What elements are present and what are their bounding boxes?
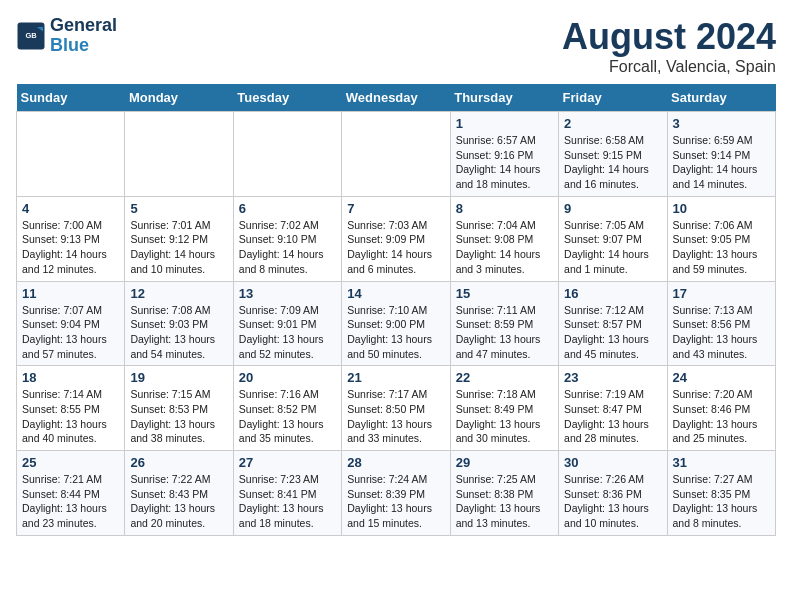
day-number: 31 (673, 455, 770, 470)
calendar-cell: 7Sunrise: 7:03 AM Sunset: 9:09 PM Daylig… (342, 196, 450, 281)
day-info: Sunrise: 7:01 AM Sunset: 9:12 PM Dayligh… (130, 218, 227, 277)
calendar-cell: 17Sunrise: 7:13 AM Sunset: 8:56 PM Dayli… (667, 281, 775, 366)
day-info: Sunrise: 7:13 AM Sunset: 8:56 PM Dayligh… (673, 303, 770, 362)
calendar-week-5: 25Sunrise: 7:21 AM Sunset: 8:44 PM Dayli… (17, 451, 776, 536)
day-number: 2 (564, 116, 661, 131)
day-info: Sunrise: 7:17 AM Sunset: 8:50 PM Dayligh… (347, 387, 444, 446)
calendar-cell: 19Sunrise: 7:15 AM Sunset: 8:53 PM Dayli… (125, 366, 233, 451)
day-info: Sunrise: 7:15 AM Sunset: 8:53 PM Dayligh… (130, 387, 227, 446)
calendar-cell: 5Sunrise: 7:01 AM Sunset: 9:12 PM Daylig… (125, 196, 233, 281)
calendar-cell: 26Sunrise: 7:22 AM Sunset: 8:43 PM Dayli… (125, 451, 233, 536)
day-header-tuesday: Tuesday (233, 84, 341, 112)
day-number: 6 (239, 201, 336, 216)
calendar-cell: 28Sunrise: 7:24 AM Sunset: 8:39 PM Dayli… (342, 451, 450, 536)
day-info: Sunrise: 7:22 AM Sunset: 8:43 PM Dayligh… (130, 472, 227, 531)
page-subtitle: Forcall, Valencia, Spain (562, 58, 776, 76)
day-number: 20 (239, 370, 336, 385)
calendar-cell: 11Sunrise: 7:07 AM Sunset: 9:04 PM Dayli… (17, 281, 125, 366)
calendar-cell: 16Sunrise: 7:12 AM Sunset: 8:57 PM Dayli… (559, 281, 667, 366)
day-number: 14 (347, 286, 444, 301)
day-number: 11 (22, 286, 119, 301)
calendar-cell (125, 112, 233, 197)
day-number: 7 (347, 201, 444, 216)
day-number: 27 (239, 455, 336, 470)
day-info: Sunrise: 7:20 AM Sunset: 8:46 PM Dayligh… (673, 387, 770, 446)
day-number: 10 (673, 201, 770, 216)
day-info: Sunrise: 7:08 AM Sunset: 9:03 PM Dayligh… (130, 303, 227, 362)
day-info: Sunrise: 7:00 AM Sunset: 9:13 PM Dayligh… (22, 218, 119, 277)
logo: GB General Blue (16, 16, 117, 56)
day-number: 19 (130, 370, 227, 385)
calendar-cell: 25Sunrise: 7:21 AM Sunset: 8:44 PM Dayli… (17, 451, 125, 536)
day-number: 12 (130, 286, 227, 301)
day-header-saturday: Saturday (667, 84, 775, 112)
day-header-sunday: Sunday (17, 84, 125, 112)
day-number: 21 (347, 370, 444, 385)
day-info: Sunrise: 7:27 AM Sunset: 8:35 PM Dayligh… (673, 472, 770, 531)
day-info: Sunrise: 7:03 AM Sunset: 9:09 PM Dayligh… (347, 218, 444, 277)
day-number: 9 (564, 201, 661, 216)
title-area: August 2024 Forcall, Valencia, Spain (562, 16, 776, 76)
day-number: 4 (22, 201, 119, 216)
calendar-cell: 23Sunrise: 7:19 AM Sunset: 8:47 PM Dayli… (559, 366, 667, 451)
header: GB General Blue August 2024 Forcall, Val… (16, 16, 776, 76)
calendar-cell: 20Sunrise: 7:16 AM Sunset: 8:52 PM Dayli… (233, 366, 341, 451)
day-info: Sunrise: 6:58 AM Sunset: 9:15 PM Dayligh… (564, 133, 661, 192)
calendar-cell: 21Sunrise: 7:17 AM Sunset: 8:50 PM Dayli… (342, 366, 450, 451)
day-info: Sunrise: 7:24 AM Sunset: 8:39 PM Dayligh… (347, 472, 444, 531)
day-info: Sunrise: 7:26 AM Sunset: 8:36 PM Dayligh… (564, 472, 661, 531)
day-header-wednesday: Wednesday (342, 84, 450, 112)
calendar-cell: 3Sunrise: 6:59 AM Sunset: 9:14 PM Daylig… (667, 112, 775, 197)
svg-text:GB: GB (25, 30, 37, 39)
day-info: Sunrise: 7:19 AM Sunset: 8:47 PM Dayligh… (564, 387, 661, 446)
day-number: 30 (564, 455, 661, 470)
calendar-cell: 1Sunrise: 6:57 AM Sunset: 9:16 PM Daylig… (450, 112, 558, 197)
day-number: 16 (564, 286, 661, 301)
calendar-cell: 6Sunrise: 7:02 AM Sunset: 9:10 PM Daylig… (233, 196, 341, 281)
day-number: 22 (456, 370, 553, 385)
day-info: Sunrise: 7:04 AM Sunset: 9:08 PM Dayligh… (456, 218, 553, 277)
day-number: 25 (22, 455, 119, 470)
calendar-cell: 4Sunrise: 7:00 AM Sunset: 9:13 PM Daylig… (17, 196, 125, 281)
calendar-cell: 13Sunrise: 7:09 AM Sunset: 9:01 PM Dayli… (233, 281, 341, 366)
day-number: 23 (564, 370, 661, 385)
day-number: 29 (456, 455, 553, 470)
calendar-cell: 24Sunrise: 7:20 AM Sunset: 8:46 PM Dayli… (667, 366, 775, 451)
calendar-cell (17, 112, 125, 197)
calendar-cell: 10Sunrise: 7:06 AM Sunset: 9:05 PM Dayli… (667, 196, 775, 281)
day-header-monday: Monday (125, 84, 233, 112)
calendar-header-row: SundayMondayTuesdayWednesdayThursdayFrid… (17, 84, 776, 112)
day-info: Sunrise: 7:05 AM Sunset: 9:07 PM Dayligh… (564, 218, 661, 277)
day-info: Sunrise: 7:25 AM Sunset: 8:38 PM Dayligh… (456, 472, 553, 531)
calendar-week-3: 11Sunrise: 7:07 AM Sunset: 9:04 PM Dayli… (17, 281, 776, 366)
calendar-cell: 29Sunrise: 7:25 AM Sunset: 8:38 PM Dayli… (450, 451, 558, 536)
day-info: Sunrise: 7:10 AM Sunset: 9:00 PM Dayligh… (347, 303, 444, 362)
day-header-friday: Friday (559, 84, 667, 112)
day-info: Sunrise: 7:09 AM Sunset: 9:01 PM Dayligh… (239, 303, 336, 362)
logo-text: General Blue (50, 16, 117, 56)
calendar-cell: 30Sunrise: 7:26 AM Sunset: 8:36 PM Dayli… (559, 451, 667, 536)
day-info: Sunrise: 7:18 AM Sunset: 8:49 PM Dayligh… (456, 387, 553, 446)
calendar-cell: 15Sunrise: 7:11 AM Sunset: 8:59 PM Dayli… (450, 281, 558, 366)
day-info: Sunrise: 7:14 AM Sunset: 8:55 PM Dayligh… (22, 387, 119, 446)
day-info: Sunrise: 7:21 AM Sunset: 8:44 PM Dayligh… (22, 472, 119, 531)
calendar-cell: 9Sunrise: 7:05 AM Sunset: 9:07 PM Daylig… (559, 196, 667, 281)
calendar-cell: 2Sunrise: 6:58 AM Sunset: 9:15 PM Daylig… (559, 112, 667, 197)
calendar-week-1: 1Sunrise: 6:57 AM Sunset: 9:16 PM Daylig… (17, 112, 776, 197)
day-number: 1 (456, 116, 553, 131)
day-header-thursday: Thursday (450, 84, 558, 112)
day-info: Sunrise: 7:06 AM Sunset: 9:05 PM Dayligh… (673, 218, 770, 277)
calendar-table: SundayMondayTuesdayWednesdayThursdayFrid… (16, 84, 776, 536)
logo-icon: GB (16, 21, 46, 51)
day-number: 3 (673, 116, 770, 131)
calendar-cell: 22Sunrise: 7:18 AM Sunset: 8:49 PM Dayli… (450, 366, 558, 451)
day-number: 24 (673, 370, 770, 385)
day-number: 28 (347, 455, 444, 470)
calendar-cell: 31Sunrise: 7:27 AM Sunset: 8:35 PM Dayli… (667, 451, 775, 536)
calendar-week-2: 4Sunrise: 7:00 AM Sunset: 9:13 PM Daylig… (17, 196, 776, 281)
day-info: Sunrise: 7:02 AM Sunset: 9:10 PM Dayligh… (239, 218, 336, 277)
calendar-cell: 27Sunrise: 7:23 AM Sunset: 8:41 PM Dayli… (233, 451, 341, 536)
calendar-cell: 8Sunrise: 7:04 AM Sunset: 9:08 PM Daylig… (450, 196, 558, 281)
day-info: Sunrise: 7:11 AM Sunset: 8:59 PM Dayligh… (456, 303, 553, 362)
calendar-cell: 18Sunrise: 7:14 AM Sunset: 8:55 PM Dayli… (17, 366, 125, 451)
